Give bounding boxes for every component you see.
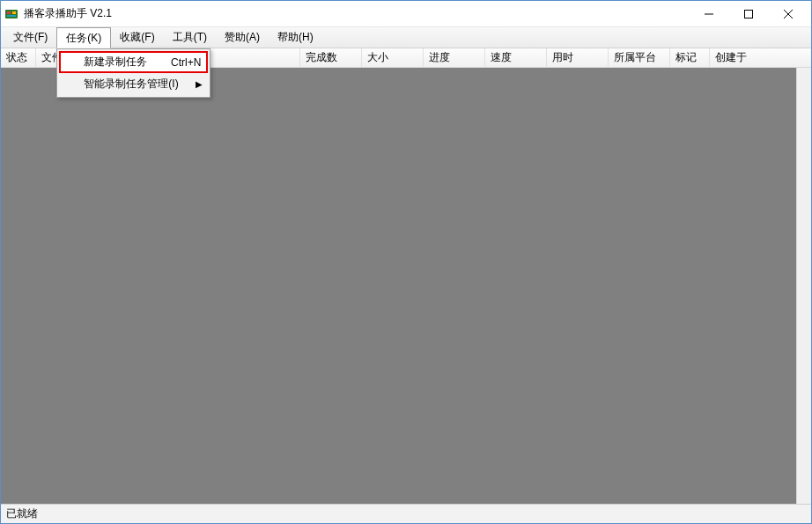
svg-rect-1 [7, 11, 11, 14]
dropdown-item-label: 新建录制任务 [84, 55, 153, 70]
th-status[interactable]: 状态 [1, 48, 36, 67]
svg-rect-5 [744, 10, 752, 18]
menu-file[interactable]: 文件(F) [4, 27, 56, 48]
dropdown-new-record-task[interactable]: 新建录制任务 Ctrl+N [59, 51, 208, 73]
dropdown-smart-record-manage[interactable]: 智能录制任务管理(I) ▶ [59, 73, 208, 95]
status-text: 已就绪 [6, 506, 38, 521]
menu-sponsor[interactable]: 赞助(A) [216, 27, 269, 48]
th-time[interactable]: 用时 [547, 48, 609, 67]
svg-rect-2 [12, 11, 16, 14]
th-speed[interactable]: 速度 [485, 48, 547, 67]
menubar: 文件(F) 任务(K) 新建录制任务 Ctrl+N 智能录制任务管理(I) ▶ … [1, 27, 811, 48]
content-area [1, 68, 811, 504]
dropdown-item-label: 智能录制任务管理(I) [84, 77, 201, 92]
menu-help[interactable]: 帮助(H) [269, 27, 322, 48]
minimize-button[interactable] [689, 1, 728, 26]
th-progress[interactable]: 进度 [424, 48, 485, 67]
menu-task[interactable]: 任务(K) 新建录制任务 Ctrl+N 智能录制任务管理(I) ▶ [56, 27, 111, 48]
menu-tools[interactable]: 工具(T) [164, 27, 216, 48]
maximize-button[interactable] [728, 1, 768, 26]
dropdown-item-shortcut: Ctrl+N [171, 56, 201, 69]
th-completed[interactable]: 完成数 [300, 48, 362, 67]
svg-rect-3 [7, 15, 16, 17]
th-size[interactable]: 大小 [362, 48, 424, 67]
task-dropdown: 新建录制任务 Ctrl+N 智能录制任务管理(I) ▶ [56, 48, 210, 98]
vertical-scrollbar[interactable] [796, 68, 811, 504]
titlebar: 播客录播助手 V2.1 [1, 1, 811, 27]
menu-favorites[interactable]: 收藏(F) [111, 27, 163, 48]
close-button[interactable] [768, 1, 808, 26]
window-controls [689, 1, 808, 26]
chevron-right-icon: ▶ [196, 79, 203, 89]
statusbar: 已就绪 [1, 504, 811, 523]
th-created[interactable]: 创建于 [710, 48, 811, 67]
th-platform[interactable]: 所属平台 [609, 48, 670, 67]
app-icon [4, 7, 18, 21]
app-title: 播客录播助手 V2.1 [24, 6, 689, 21]
th-mark[interactable]: 标记 [670, 48, 710, 67]
